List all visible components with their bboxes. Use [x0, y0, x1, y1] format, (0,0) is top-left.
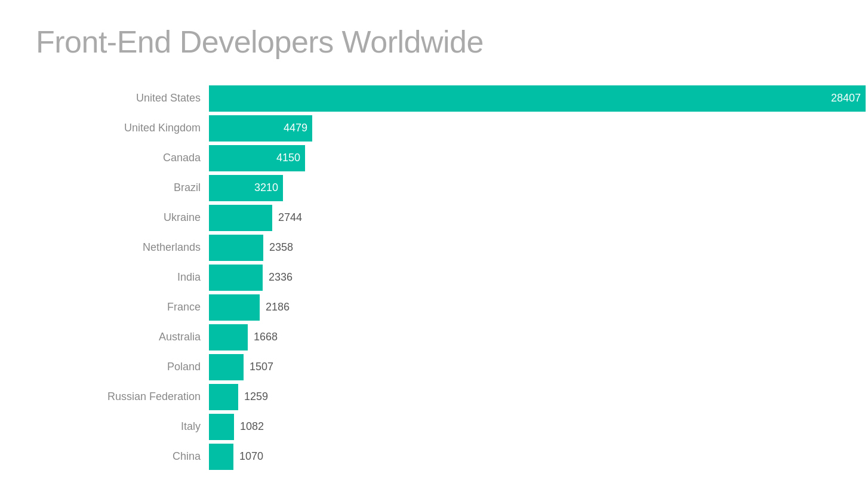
country-label: Canada: [36, 152, 209, 164]
chart-title: Front-End Developers Worldwide: [36, 24, 832, 60]
bar-wrapper: 28407: [209, 85, 866, 112]
bar-value: 1259: [244, 391, 268, 403]
bar: [209, 235, 263, 261]
country-label: Brazil: [36, 182, 209, 194]
bar-row: Canada4150: [36, 143, 832, 173]
bar: 28407: [209, 85, 866, 112]
bar-row: Italy1082: [36, 412, 832, 441]
bar: [209, 324, 248, 351]
bar-value: 4150: [276, 152, 300, 164]
bar-row: United Kingdom4479: [36, 113, 832, 143]
country-label: Netherlands: [36, 241, 209, 254]
bar-wrapper: 4150: [209, 145, 832, 171]
bar-value: 1082: [240, 420, 264, 433]
bar: 4479: [209, 115, 312, 142]
bar: [209, 354, 244, 380]
bar-wrapper: 4479: [209, 115, 832, 142]
bar-row: India2336: [36, 263, 832, 292]
bar-value: 1070: [239, 450, 263, 463]
country-label: China: [36, 450, 209, 463]
country-label: Italy: [36, 420, 209, 433]
bar: [209, 205, 272, 231]
bar-value: 28407: [831, 92, 861, 104]
bar-row: China1070: [36, 442, 832, 471]
bar-chart: United States28407United Kingdom4479Cana…: [36, 84, 832, 472]
country-label: Ukraine: [36, 211, 209, 224]
bar-value: 2744: [278, 211, 302, 224]
bar: [209, 294, 260, 321]
bar-row: Russian Federation1259: [36, 382, 832, 411]
country-label: France: [36, 301, 209, 313]
bar-value: 1507: [250, 361, 273, 373]
bar-wrapper: 1259: [209, 384, 832, 410]
bar: 4150: [209, 145, 305, 171]
bar-value: 4479: [284, 122, 307, 134]
bar-row: France2186: [36, 293, 832, 322]
bar-value: 2186: [266, 301, 290, 313]
country-label: Poland: [36, 361, 209, 373]
bar-wrapper: 2336: [209, 265, 832, 291]
bar-wrapper: 1507: [209, 354, 832, 380]
country-label: India: [36, 271, 209, 284]
bar-wrapper: 2358: [209, 235, 832, 261]
bar-value: 1668: [254, 331, 278, 343]
bar-value: 3210: [254, 182, 278, 194]
bar-wrapper: 1082: [209, 414, 832, 440]
country-label: Russian Federation: [36, 391, 209, 403]
bar-row: Ukraine2744: [36, 203, 832, 232]
bar: 3210: [209, 175, 283, 201]
bar-value: 2358: [269, 241, 293, 254]
bar-row: United States28407: [36, 84, 832, 113]
bar: [209, 265, 263, 291]
bar-wrapper: 1668: [209, 324, 832, 351]
bar-wrapper: 2186: [209, 294, 832, 321]
bar-wrapper: 2744: [209, 205, 832, 231]
bar: [209, 444, 233, 470]
bar-value: 2336: [269, 271, 293, 284]
bar: [209, 384, 238, 410]
bar-row: Netherlands2358: [36, 233, 832, 262]
country-label: United Kingdom: [36, 122, 209, 134]
bar: [209, 414, 234, 440]
bar-row: Poland1507: [36, 352, 832, 382]
country-label: Australia: [36, 331, 209, 343]
bar-row: Brazil3210: [36, 173, 832, 202]
country-label: United States: [36, 92, 209, 104]
bar-row: Australia1668: [36, 322, 832, 352]
bar-wrapper: 1070: [209, 444, 832, 470]
bar-wrapper: 3210: [209, 175, 832, 201]
